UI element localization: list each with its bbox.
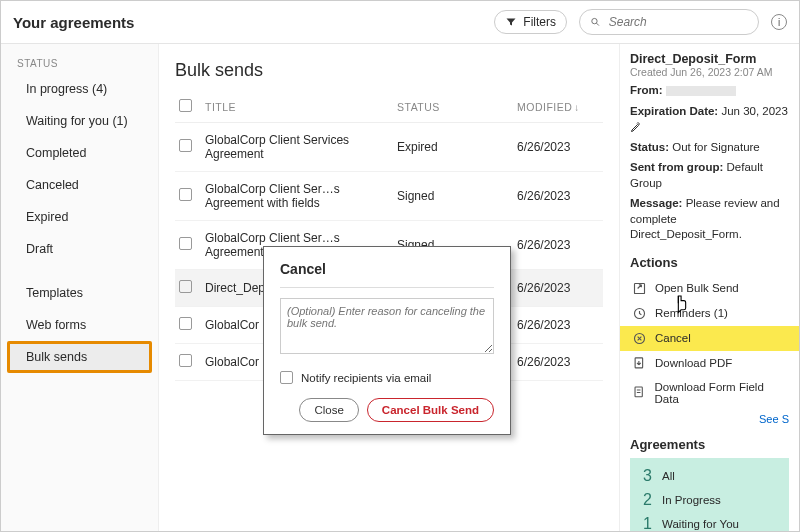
details-created: Created Jun 26, 2023 2:07 AM xyxy=(630,66,789,78)
page-title: Your agreements xyxy=(13,14,163,31)
cancel-modal: Cancel Notify recipients via email Close… xyxy=(263,246,511,435)
message-label: Message: xyxy=(630,197,682,209)
modal-title: Cancel xyxy=(280,261,494,277)
agreements-summary: 3All 2In Progress 1Waiting for You xyxy=(630,458,789,532)
row-checkbox[interactable] xyxy=(179,354,192,367)
expiration-value: Jun 30, 2023 xyxy=(721,105,788,117)
table-row[interactable]: GlobalCorp Client Ser…s Agreement with f… xyxy=(175,172,603,221)
svg-point-0 xyxy=(592,18,597,23)
search-icon xyxy=(590,16,601,28)
agreements-heading: Agreements xyxy=(630,437,789,452)
sidebar-item-canceled[interactable]: Canceled xyxy=(7,169,152,201)
sidebar-item-waiting[interactable]: Waiting for you (1) xyxy=(7,105,152,137)
status-value: Out for Signature xyxy=(672,141,760,153)
see-more-link[interactable]: See S xyxy=(630,413,789,425)
details-name: Direct_Deposit_Form xyxy=(630,52,789,66)
agreements-waiting[interactable]: 1Waiting for You xyxy=(638,512,781,532)
section-heading: Bulk sends xyxy=(175,60,603,81)
select-all-checkbox[interactable] xyxy=(179,99,192,112)
agreements-in-progress[interactable]: 2In Progress xyxy=(638,488,781,512)
col-status[interactable]: STATUS xyxy=(393,91,513,123)
download-form-icon xyxy=(632,385,647,400)
download-icon xyxy=(632,356,647,371)
cancel-icon xyxy=(632,331,647,346)
sidebar-item-in-progress[interactable]: In progress (4) xyxy=(7,73,152,105)
row-checkbox[interactable] xyxy=(179,139,192,152)
row-checkbox[interactable] xyxy=(179,317,192,330)
action-download-form-field-data[interactable]: Download Form Field Data xyxy=(630,376,789,410)
sort-desc-icon: ↓ xyxy=(574,102,580,113)
sidebar: STATUS In progress (4) Waiting for you (… xyxy=(1,44,159,532)
from-label: From: xyxy=(630,84,663,96)
filter-icon xyxy=(505,16,517,28)
sidebar-item-bulk-sends[interactable]: Bulk sends xyxy=(7,341,152,373)
filters-button[interactable]: Filters xyxy=(494,10,567,34)
svg-line-1 xyxy=(596,23,598,25)
col-title[interactable]: TITLE xyxy=(201,91,393,123)
action-open-bulk-send[interactable]: Open Bulk Send xyxy=(630,276,789,301)
close-button[interactable]: Close xyxy=(299,398,358,422)
group-label: Sent from group: xyxy=(630,161,723,173)
sidebar-item-draft[interactable]: Draft xyxy=(7,233,152,265)
action-reminders[interactable]: Reminders (1) xyxy=(630,301,789,326)
sidebar-item-templates[interactable]: Templates xyxy=(7,277,152,309)
info-icon[interactable]: i xyxy=(771,14,787,30)
cancel-reason-input[interactable] xyxy=(280,298,494,354)
filters-label: Filters xyxy=(523,15,556,29)
actions-heading: Actions xyxy=(630,255,789,270)
sidebar-status-heading: STATUS xyxy=(1,54,158,73)
agreements-all[interactable]: 3All xyxy=(638,464,781,488)
cancel-bulk-send-button[interactable]: Cancel Bulk Send xyxy=(367,398,494,422)
sidebar-item-completed[interactable]: Completed xyxy=(7,137,152,169)
edit-icon[interactable] xyxy=(630,121,642,133)
details-panel: Direct_Deposit_Form Created Jun 26, 2023… xyxy=(619,44,799,532)
notify-label: Notify recipients via email xyxy=(301,372,431,384)
from-value xyxy=(666,86,736,96)
expiration-label: Expiration Date: xyxy=(630,105,718,117)
notify-checkbox[interactable] xyxy=(280,371,293,384)
search-field[interactable] xyxy=(579,9,759,35)
open-icon xyxy=(632,281,647,296)
table-row[interactable]: GlobalCorp Client Services AgreementExpi… xyxy=(175,123,603,172)
search-input[interactable] xyxy=(607,14,748,30)
action-download-pdf[interactable]: Download PDF xyxy=(630,351,789,376)
action-cancel[interactable]: Cancel xyxy=(620,326,799,351)
clock-icon xyxy=(632,306,647,321)
row-checkbox[interactable] xyxy=(179,188,192,201)
col-modified[interactable]: MODIFIED↓ xyxy=(513,91,603,123)
row-checkbox[interactable] xyxy=(179,237,192,250)
svg-rect-6 xyxy=(635,387,642,397)
row-checkbox[interactable] xyxy=(179,280,192,293)
sidebar-item-web-forms[interactable]: Web forms xyxy=(7,309,152,341)
status-label: Status: xyxy=(630,141,669,153)
sidebar-item-expired[interactable]: Expired xyxy=(7,201,152,233)
